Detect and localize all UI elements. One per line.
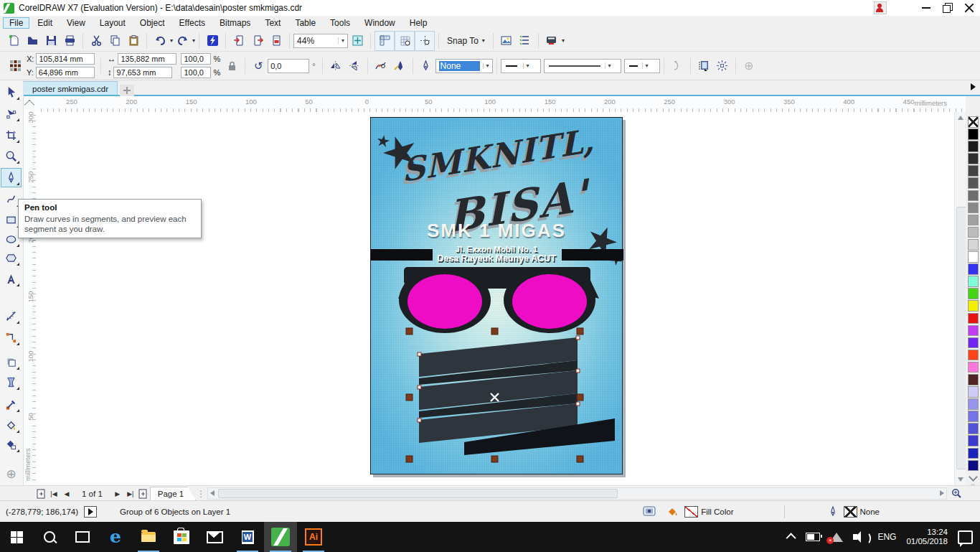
menu-file[interactable]: File	[3, 17, 29, 29]
palette-swatch[interactable]	[968, 288, 979, 299]
palette-swatch[interactable]	[968, 251, 979, 263]
network-icon[interactable]: ×	[830, 533, 843, 542]
document-tab[interactable]: poster smkmigas.cdr	[23, 81, 118, 96]
zoom-fit-page-icon[interactable]	[348, 32, 367, 50]
word-icon[interactable]: W	[231, 522, 264, 552]
toolbar-customize-dropdown-icon[interactable]: ▾	[562, 37, 565, 44]
application-launcher-icon[interactable]	[203, 32, 222, 50]
palette-swatch[interactable]	[968, 116, 979, 128]
show-rulers-icon[interactable]	[374, 31, 395, 51]
menu-object[interactable]: Object	[133, 17, 171, 29]
undo-icon[interactable]	[151, 32, 169, 50]
lock-ratio-icon[interactable]	[222, 57, 241, 75]
minimize-button[interactable]	[915, 0, 937, 16]
palette-swatch[interactable]	[968, 202, 979, 214]
palette-swatch[interactable]	[968, 153, 979, 164]
start-button[interactable]	[0, 522, 33, 552]
palette-swatch[interactable]	[968, 460, 979, 472]
publish-pdf-icon[interactable]	[267, 32, 286, 50]
outline-width-combo[interactable]: None ▾	[435, 59, 493, 73]
line-end-arrow-combo[interactable]: ▾	[624, 59, 660, 73]
vertical-scrollbar-thumb[interactable]	[956, 207, 966, 469]
palette-swatch[interactable]	[968, 423, 979, 434]
last-page-icon[interactable]: ▶|	[124, 488, 137, 500]
zoom-tool[interactable]	[1, 147, 21, 165]
palette-swatch[interactable]	[968, 374, 979, 385]
palette-swatch[interactable]	[968, 190, 979, 202]
mail-icon[interactable]	[198, 522, 231, 552]
line-style-combo[interactable]: ▾	[544, 59, 621, 73]
first-page-icon[interactable]: |◀	[47, 488, 60, 500]
language-indicator[interactable]: ENG	[877, 532, 896, 542]
palette-swatch[interactable]	[968, 215, 979, 226]
scroll-left-icon[interactable]	[210, 490, 215, 496]
zoom-level-combo[interactable]: 44% ▾	[293, 34, 348, 48]
palette-swatch[interactable]	[968, 337, 979, 349]
import-icon[interactable]	[230, 32, 248, 50]
redo-dropdown-icon[interactable]: ▾	[192, 37, 195, 44]
palette-swatch[interactable]	[968, 239, 979, 251]
fill-bucket-icon[interactable]	[666, 506, 679, 518]
page-tab[interactable]: Page 1	[150, 487, 196, 500]
options-icon[interactable]	[497, 32, 516, 50]
copy-icon[interactable]	[105, 32, 124, 50]
drop-shadow-tool[interactable]	[1, 353, 21, 371]
document-color-settings-icon[interactable]	[643, 506, 656, 518]
smart-fill-tool[interactable]	[1, 416, 21, 434]
polygon-tool[interactable]	[1, 249, 21, 267]
horizontal-scrollbar-thumb[interactable]	[218, 489, 618, 498]
task-view-icon[interactable]	[66, 522, 99, 552]
file-explorer-icon[interactable]	[132, 522, 165, 552]
play-details-icon[interactable]	[84, 506, 97, 518]
menu-edit[interactable]: Edit	[31, 17, 59, 29]
menu-text[interactable]: Text	[258, 17, 287, 29]
menu-layout[interactable]: Layout	[93, 17, 132, 29]
scale-horizontal-field[interactable]: 100,0	[181, 53, 211, 65]
menu-window[interactable]: Window	[358, 17, 402, 29]
redo-icon[interactable]	[173, 32, 192, 50]
clock[interactable]: 13:24 01/05/2018	[906, 528, 948, 546]
palette-swatch[interactable]	[968, 398, 979, 410]
rotation-angle-field[interactable]: 0,0	[268, 59, 309, 73]
menu-table[interactable]: Table	[288, 17, 322, 29]
outline-pen-status-icon[interactable]	[828, 506, 838, 518]
preview-mode-icon[interactable]	[390, 57, 409, 75]
next-page-icon[interactable]: ▶	[111, 488, 124, 500]
drawing-canvas[interactable]: SMKNITL, BISA' SMK 1 MIGAS Jl. Exxon Mob…	[36, 112, 954, 485]
print-icon[interactable]	[60, 32, 79, 50]
export-icon[interactable]	[248, 32, 267, 50]
quick-zoom-icon[interactable]	[948, 487, 964, 500]
x-position-field[interactable]: 105,814 mm	[36, 53, 95, 65]
palette-swatch[interactable]	[968, 227, 979, 238]
palette-swatch[interactable]	[968, 362, 979, 373]
interactive-fill-tool[interactable]	[1, 436, 21, 454]
battery-icon[interactable]	[806, 533, 820, 541]
restore-button[interactable]	[937, 0, 958, 16]
edit-nodes-icon[interactable]	[372, 57, 390, 75]
new-tab-button[interactable]	[120, 85, 134, 96]
open-icon[interactable]	[23, 32, 42, 50]
splitter-handle[interactable]: ⋮	[196, 489, 206, 499]
scroll-right-icon[interactable]	[940, 490, 944, 496]
store-icon[interactable]	[165, 522, 198, 552]
palette-scroll-down-icon[interactable]	[968, 474, 978, 481]
menu-effects[interactable]: Effects	[173, 17, 212, 29]
show-grid-icon[interactable]	[395, 31, 415, 51]
palette-swatch[interactable]	[968, 435, 979, 446]
palette-swatch[interactable]	[968, 141, 979, 152]
text-tool[interactable]	[1, 270, 21, 288]
palette-swatch[interactable]	[968, 448, 979, 459]
scroll-down-icon[interactable]	[958, 477, 963, 482]
object-properties-icon[interactable]	[516, 32, 534, 50]
palette-swatch[interactable]	[968, 128, 979, 140]
palette-swatch[interactable]	[968, 165, 979, 177]
transparency-tool[interactable]	[1, 373, 21, 391]
object-height-field[interactable]: 97,653 mm	[113, 67, 172, 78]
account-icon[interactable]	[874, 1, 887, 14]
menu-bitmaps[interactable]: Bitmaps	[213, 17, 257, 29]
palette-swatch[interactable]	[968, 325, 979, 337]
palette-swatch[interactable]	[968, 276, 979, 287]
close-button[interactable]	[958, 0, 980, 16]
horizontal-scrollbar[interactable]	[207, 487, 947, 500]
edge-icon[interactable]: e	[99, 522, 132, 552]
